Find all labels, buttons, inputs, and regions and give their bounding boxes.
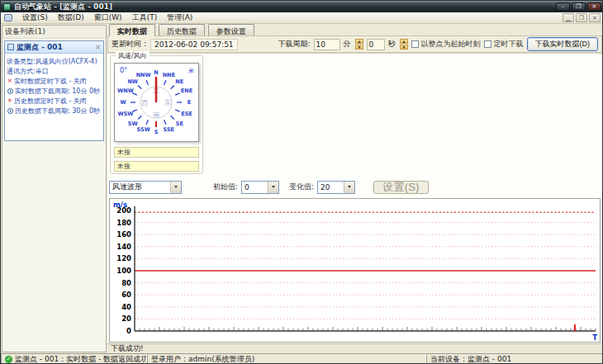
svg-text:120: 120: [116, 254, 131, 262]
seconds-stepper[interactable]: [400, 39, 408, 50]
checkbox-icon[interactable]: [411, 40, 419, 48]
chart-canvas: 020406080100120140160180200m/sT: [110, 199, 600, 342]
device-info-row: 通讯方式:串口: [7, 66, 102, 76]
download-realtime-button[interactable]: 下载实时数据(D): [527, 37, 599, 51]
svg-text:m/s: m/s: [113, 201, 127, 209]
status-user-segment: 登录用户：admin(系统管理员): [147, 353, 426, 364]
device-list-panel: 设备列表(1) 监测点 - 001 × 设备类型:风速风向仪(ACFX-4) 通…: [2, 25, 107, 352]
update-time-label: 更新时间：: [112, 39, 149, 50]
download-controls: 下载周期: 10 分 0 秒 以整点为起始时刻: [278, 37, 598, 51]
realtime-toolbar: 更新时间： 2012-06-02 09:57:51 下载周期: 10 分 0 秒: [107, 35, 602, 53]
maximize-button[interactable]: ❐: [572, 2, 586, 11]
chevron-down-icon[interactable]: [268, 182, 278, 193]
status-device-segment: 当前设备：监测点 - 001: [426, 353, 603, 364]
svg-text:40: 40: [121, 303, 131, 311]
stepper-up-icon[interactable]: [400, 39, 408, 44]
clock-icon: [7, 88, 13, 94]
svg-text:NE: NE: [175, 78, 183, 85]
period-label: 下载周期:: [278, 39, 310, 50]
device-info: 设备类型:风速风向仪(ACFX-4) 通讯方式:串口 ✕ 实时数据定时下载 - …: [5, 54, 103, 118]
svg-text:米: 米: [188, 68, 194, 74]
device-info-row: 历史数据下载周期: 30分 0秒: [7, 106, 102, 116]
svg-text:南: 南: [153, 111, 160, 119]
svg-text:0: 0: [126, 327, 131, 335]
clock-icon: [7, 108, 13, 114]
checkbox-timed-download[interactable]: 定时下载: [484, 39, 524, 50]
svg-text:NW: NW: [127, 78, 138, 85]
device-list-header: 设备列表(1): [2, 26, 106, 39]
child-window-controls: ▁ ❐ ✕: [563, 13, 601, 22]
window-controls: – ❐ ✕: [556, 2, 601, 11]
tab-realtime-data[interactable]: 实时数据: [109, 24, 155, 36]
title-bar: 自动气象站 - [监测点 - 001] – ❐ ✕: [1, 1, 603, 12]
device-info-row: ✕ 实时数据定时下载 - 关闭: [7, 76, 102, 86]
cross-icon: ✕: [7, 78, 12, 84]
app-window: 自动气象站 - [监测点 - 001] – ❐ ✕ 设置(S) 数据(D) 窗口…: [0, 0, 603, 364]
menu-window[interactable]: 窗口(W): [89, 12, 127, 23]
svg-text:160: 160: [116, 230, 131, 239]
change-value-select[interactable]: 20: [317, 181, 355, 194]
download-status-text: 下载成功!: [107, 343, 602, 353]
menu-tools[interactable]: 工具(T): [127, 12, 163, 23]
minutes-stepper[interactable]: [355, 39, 363, 50]
device-type-text: 设备类型:风速风向仪(ACFX-4): [7, 57, 97, 66]
waveform-chart: 020406080100120140160180200m/sT: [109, 198, 601, 343]
minimize-button[interactable]: –: [556, 2, 570, 11]
stepper-down-icon[interactable]: [400, 45, 408, 50]
compass-dial: 北东南西NNNENEENEEESESESSESSSWSWWSWWWNWNWNNW…: [115, 64, 198, 141]
svg-text:ESE: ESE: [181, 111, 192, 117]
device-card: 监测点 - 001 × 设备类型:风速风向仪(ACFX-4) 通讯方式:串口 ✕…: [4, 40, 104, 141]
svg-text:80: 80: [121, 279, 131, 287]
device-card-header[interactable]: 监测点 - 001 ×: [5, 41, 103, 54]
wind-speed-readout: 未接: [114, 147, 199, 158]
svg-text:NNE: NNE: [163, 72, 175, 78]
device-info-row: ✕ 历史数据定时下载 - 关闭: [7, 96, 102, 106]
status-bar: ✓ 监测点 - 001：实时数据 - 数据返回成功! 登录用户：admin(系统…: [1, 353, 603, 364]
svg-text:N: N: [154, 69, 158, 76]
child-restore-button[interactable]: ❐: [576, 13, 587, 22]
child-close-button[interactable]: ✕: [589, 13, 601, 22]
initial-value-label: 初始值:: [213, 182, 238, 192]
comm-mode-text: 通讯方式:串口: [7, 67, 49, 76]
minutes-unit-label: 分: [344, 39, 351, 50]
collapse-icon[interactable]: ×: [95, 44, 101, 51]
stepper-down-icon[interactable]: [355, 45, 363, 50]
checkbox-icon[interactable]: [484, 40, 491, 48]
menu-settings[interactable]: 设置(S): [17, 12, 53, 23]
initial-value-select[interactable]: 0: [241, 181, 279, 194]
chevron-down-icon[interactable]: [344, 182, 354, 193]
menu-manage[interactable]: 管理(A): [162, 12, 197, 23]
window-title: 自动气象站 - [监测点 - 001]: [14, 2, 556, 12]
svg-text:SSW: SSW: [137, 126, 150, 133]
tab-strip: 实时数据 历史数据 参数设置: [107, 24, 602, 36]
waveform-select[interactable]: 风速波形: [109, 181, 182, 194]
app-icon: [3, 3, 11, 11]
cross-icon: ✕: [7, 97, 12, 104]
child-minimize-button[interactable]: ▁: [563, 13, 574, 22]
stepper-up-icon[interactable]: [355, 39, 363, 44]
realtime-view: 风速/风向 北东南西NNNENEENEEESESESSESSSWSWWSWWWN…: [107, 53, 602, 343]
change-value-label: 变化值:: [289, 182, 314, 192]
period-seconds-input[interactable]: 0: [367, 39, 385, 50]
settings-button[interactable]: 设置(S): [373, 181, 428, 194]
status-message-segment: ✓ 监测点 - 001：实时数据 - 数据返回成功!: [1, 353, 147, 364]
wind-compass: 北东南西NNNENEENEEESESESSESSSWSWWSWWWNWNWNNW…: [114, 63, 199, 142]
svg-text:W: W: [120, 99, 126, 106]
checkbox-start-on-hour[interactable]: 以整点为起始时刻: [411, 39, 481, 50]
svg-text:东: 东: [164, 99, 171, 106]
svg-text:E: E: [188, 99, 191, 106]
svg-text:T: T: [592, 333, 597, 342]
seconds-unit-label: 秒: [388, 39, 396, 50]
device-title: 监测点 - 001: [17, 42, 63, 53]
chevron-down-icon[interactable]: [170, 182, 181, 193]
svg-text:60: 60: [121, 291, 131, 299]
wind-panel-label: 风速/风向: [116, 51, 150, 60]
svg-text:S: S: [154, 129, 159, 135]
period-minutes-input[interactable]: 10: [314, 39, 340, 50]
menu-data[interactable]: 数据(D): [53, 12, 89, 23]
main-content: 实时数据 历史数据 参数设置 更新时间： 2012-06-02 09:57:51…: [107, 24, 602, 353]
device-icon: [7, 44, 14, 50]
svg-text:SE: SE: [176, 121, 183, 127]
close-button[interactable]: ✕: [587, 2, 601, 11]
svg-text:0°: 0°: [120, 67, 127, 74]
